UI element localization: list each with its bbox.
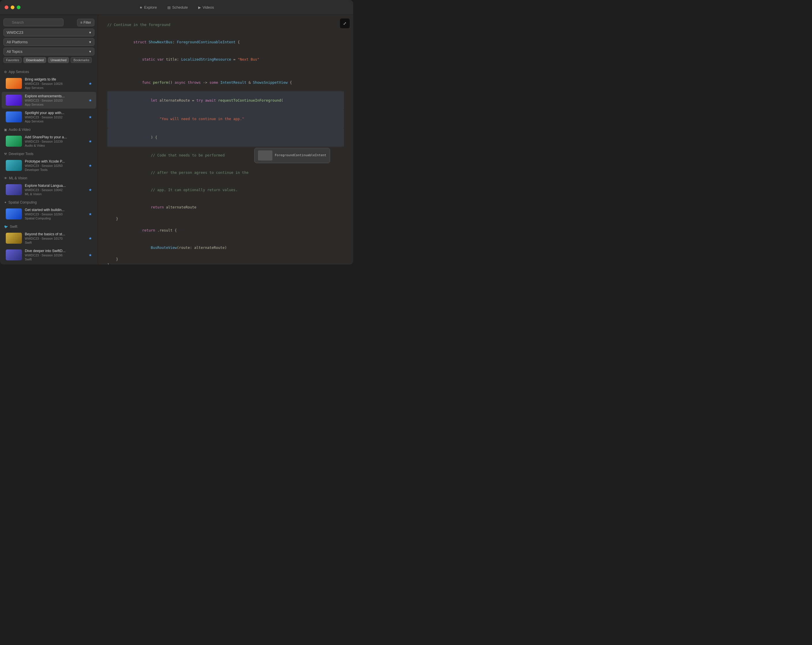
sidebar: 🔍 ≡ Filter WWDC23 ▾ All Platforms ▾ [0,15,98,264]
explore-icon: ★ [139,6,142,9]
session-subtitle: WWDC23 · Session 10042 [25,188,86,192]
code-plain: // app. It can optionally return values. [133,188,238,192]
maximize-button[interactable] [17,6,20,9]
code-plain [133,228,142,232]
code-plain: // after the person agrees to continue i… [133,170,249,175]
code-func: perform [153,80,168,85]
session-title: Spotlight your app with... [25,111,86,115]
code-keyword: func [142,80,153,85]
list-item[interactable]: Add SharePlay to your a... WWDC23 · Sess… [2,133,96,150]
code-keyword: return [151,205,166,209]
code-type: ForegroundContinuableIntent [177,40,235,44]
list-item[interactable]: Get started with buildin... WWDC23 · Ses… [2,206,96,222]
session-info: Prototype with Xcode P... WWDC23 · Sessi… [25,159,86,171]
session-category: Swift [25,241,86,244]
session-thumbnail [6,160,22,171]
traffic-lights [5,6,20,9]
close-button[interactable] [5,6,8,9]
session-category: App Services [25,119,86,123]
category-spatial-computing: ✦ Spatial Computing [0,198,98,206]
code-keyword: static var [142,57,166,61]
code-func: requestToContinueInForeground [218,98,281,102]
tab-schedule[interactable]: ▤ Schedule [163,3,192,11]
list-item[interactable]: Spotlight your app with... WWDC23 · Sess… [2,109,96,125]
session-title: Prototype with Xcode P... [25,159,86,164]
category-label: Audio & Video [9,128,31,131]
app-services-icon: ⚙ [4,70,7,74]
search-row: 🔍 ≡ Filter [3,18,95,26]
content-area[interactable]: // Continue in the foreground struct Sho… [98,15,353,264]
code-keyword: let [151,98,160,102]
expand-icon: ⤢ [343,20,346,27]
filter-tags: Favorites Downloaded Unwatched Bookmarks [3,57,95,63]
code-plain [133,117,159,121]
list-item[interactable]: Explore enhancements... WWDC23 · Session… [2,92,96,109]
session-info: Bring widgets to life WWDC23 · Session 1… [25,77,86,90]
filter-button[interactable]: ≡ Filter [77,19,95,26]
videos-icon: ▶ [198,6,201,9]
code-plain [133,80,142,85]
category-label: ML & Vision [9,176,27,180]
chevron-down-icon: ▾ [89,30,91,35]
session-subtitle: WWDC23 · Session 10250 [25,164,86,167]
tag-unwatched[interactable]: Unwatched [48,57,69,63]
star-icon: ★ [89,253,92,257]
list-item[interactable]: Dive deeper into SwiftD... WWDC23 · Sess… [2,246,96,263]
session-category: App Services [25,86,86,90]
code-type: LocalizedStringResource [181,57,231,61]
tab-explore-label: Explore [144,5,157,9]
list-item[interactable]: Prototype with Xcode P... WWDC23 · Sessi… [2,157,96,174]
tooltip-thumbnail [258,150,272,160]
tab-bar: ★ Explore ▤ Schedule ▶ Videos [135,3,219,11]
code-string: "Next Bus" [238,57,259,61]
code-keyword: async throws [175,80,200,85]
session-category: Developer Tools [25,168,86,171]
code-plain: = [231,57,238,61]
category-label: App Services [9,70,29,74]
topics-dropdown[interactable]: All Topics ▾ [3,47,95,55]
code-keyword: try await [197,98,218,102]
topics-value: All Topics [7,49,23,54]
category-label: Developer Tools [9,152,34,156]
session-thumbnail [6,112,22,122]
session-title: Get started with buildin... [25,208,86,212]
category-swiftui-frameworks: ▣ SwiftUI & UI Frameworks [0,263,98,264]
session-thumbnail [6,208,22,219]
code-plain: alternateRoute [166,205,196,209]
star-icon: ★ [89,139,92,144]
spatial-computing-icon: ✦ [4,201,7,205]
filter-label: Filter [83,20,91,24]
list-item[interactable]: Bring widgets to life WWDC23 · Session 1… [2,75,96,92]
code-type: ShowNextBus [149,40,172,44]
code-plain [133,205,151,209]
tag-bookmarks[interactable]: Bookmarks [71,57,92,63]
tab-videos[interactable]: ▶ Videos [194,3,219,11]
filter-icon: ≡ [80,20,82,24]
list-item[interactable]: Beyond the basics of st... WWDC23 · Sess… [2,230,96,246]
platform-value: All Platforms [7,40,28,44]
code-tooltip: ForegroundContinuableIntent [254,148,330,163]
platform-dropdown[interactable]: All Platforms ▾ [3,38,95,46]
session-title: Explore Natural Langua... [25,183,86,188]
code-plain [133,245,151,250]
session-thumbnail [6,136,22,147]
tag-downloaded[interactable]: Downloaded [23,57,46,63]
year-dropdown[interactable]: WWDC23 ▾ [3,29,95,37]
search-wrap: 🔍 [3,18,75,26]
code-plain: & [246,80,253,85]
session-info: Dive deeper into SwiftD... WWDC23 · Sess… [25,249,86,261]
category-swift: 🐦 Swift [0,222,98,230]
expand-button[interactable]: ⤢ [340,18,350,28]
sidebar-scroll[interactable]: ⚙ App Services Bring widgets to life WWD… [0,66,98,264]
minimize-button[interactable] [11,6,14,9]
session-info: Add SharePlay to your a... WWDC23 · Sess… [25,135,86,147]
swift-icon: 🐦 [4,225,8,229]
session-thumbnail [6,95,22,105]
app-window: ★ Explore ▤ Schedule ▶ Videos 🔍 [0,0,353,264]
code-keyword: return [142,228,157,232]
tab-explore[interactable]: ★ Explore [135,3,162,11]
search-input[interactable] [3,18,64,26]
code-plain: { [235,40,240,44]
list-item[interactable]: Explore Natural Langua... WWDC23 · Sessi… [2,181,96,198]
tag-favorites[interactable]: Favorites [3,57,21,63]
